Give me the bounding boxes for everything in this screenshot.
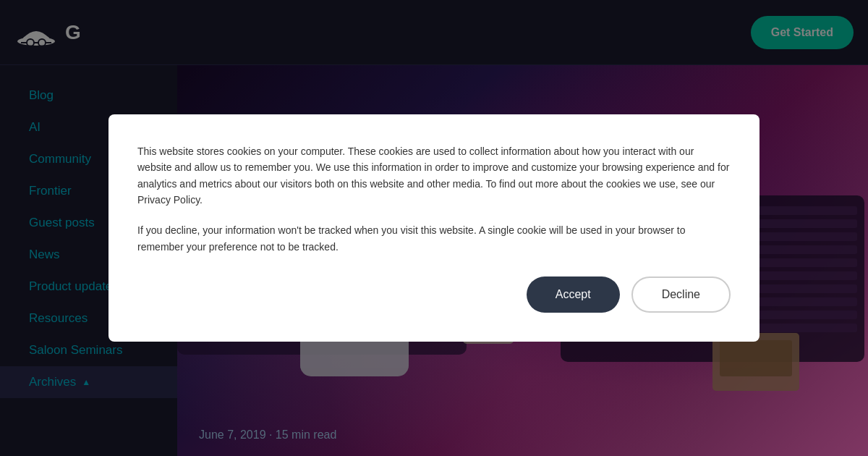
modal-buttons: Accept Decline xyxy=(137,276,731,313)
modal-backdrop: This website stores cookies on your comp… xyxy=(0,0,868,456)
modal-paragraph-2: If you decline, your information won't b… xyxy=(137,222,731,255)
accept-button[interactable]: Accept xyxy=(527,276,620,313)
cookie-modal: This website stores cookies on your comp… xyxy=(109,114,760,342)
modal-paragraph-1: This website stores cookies on your comp… xyxy=(137,143,731,208)
decline-button[interactable]: Decline xyxy=(631,276,731,313)
